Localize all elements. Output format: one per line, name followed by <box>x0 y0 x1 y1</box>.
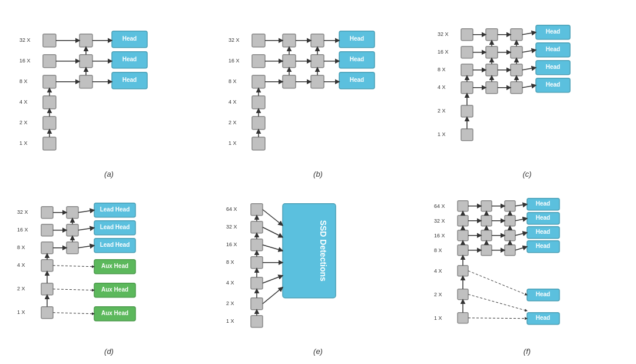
head-label-a-32: Head <box>122 35 137 42</box>
scale-8x-b: 8 X <box>228 78 237 84</box>
arrow-d-fpn16-lh <box>78 227 94 230</box>
node-a-2-1 <box>43 117 56 130</box>
node-c-8-2 <box>486 64 498 76</box>
node-d-32-1 <box>41 206 53 218</box>
aux-head-label-4: Aux Head <box>101 263 128 269</box>
scale-16x-d: 16 X <box>17 227 28 233</box>
node-f-8-1 <box>458 244 468 255</box>
scale-16x-b: 16 X <box>228 58 240 64</box>
head-label-a-16: Head <box>122 56 137 62</box>
node-d-16-2 <box>67 224 78 236</box>
node-c-2-1 <box>461 105 473 117</box>
node-e-8 <box>251 256 263 268</box>
scale-2x-b: 2 X <box>228 120 237 125</box>
scale-2x-a: 2 X <box>19 120 28 125</box>
node-e-32 <box>251 221 263 233</box>
node-d-32-2 <box>67 206 78 218</box>
node-e-1 <box>251 315 263 327</box>
node-e-4 <box>251 277 263 289</box>
node-b-8-3 <box>311 75 324 88</box>
node-a-16-1 <box>43 55 56 68</box>
node-b-16-3 <box>311 55 324 68</box>
svg-a: 32 X 16 X 8 X 4 X 2 X 1 X <box>15 12 203 166</box>
node-c-32-2 <box>486 29 498 41</box>
arrow-f-fpn16-head <box>515 232 527 235</box>
arrow-c-fpn4-head <box>522 85 536 88</box>
scale-1x-c: 1 X <box>438 131 446 137</box>
node-b-16-1 <box>252 55 265 68</box>
head-label-c-16: Head <box>546 46 560 52</box>
node-d-2-1 <box>41 283 53 294</box>
node-c-1-1 <box>461 129 473 141</box>
node-c-16-3 <box>511 47 522 58</box>
scale-32x-a: 32 X <box>19 37 31 43</box>
node-b-32-3 <box>311 34 324 47</box>
node-e-16 <box>251 239 263 250</box>
head-label-f-1: Head <box>536 315 550 321</box>
scale-32x-e: 32 X <box>226 224 237 230</box>
node-c-4-2 <box>486 82 498 94</box>
node-a-1-1 <box>43 137 56 150</box>
node-b-8-2 <box>283 75 296 88</box>
arrow-e-2-ssd <box>263 287 283 303</box>
diagram-a: 32 X 16 X 8 X 4 X 2 X 1 X <box>15 12 203 166</box>
panel-b-label: (b) <box>313 170 323 178</box>
node-b-32-2 <box>283 34 296 47</box>
panel-d-label: (d) <box>104 347 114 356</box>
head-label-c-32: Head <box>546 28 560 35</box>
svg-d: 32 X 16 X 8 X 4 X 2 X 1 X <box>15 190 203 344</box>
panel-e-label: (e) <box>313 347 323 356</box>
scale-64x-f: 64 X <box>434 203 445 209</box>
head-label-b-16: Head <box>350 56 364 62</box>
svg-b: 32 X 16 X 8 X 4 X 2 X 1 X <box>224 12 412 166</box>
head-label-a-8: Head <box>122 77 137 83</box>
dashed-f-2 <box>468 270 527 294</box>
head-label-c-8: Head <box>546 64 560 70</box>
ssd-label: SSD Detections <box>319 220 328 281</box>
node-a-8-2 <box>80 75 92 88</box>
node-f-4-1 <box>458 265 468 276</box>
node-f-16-1 <box>458 230 468 240</box>
node-a-16-2 <box>80 55 92 68</box>
lead-head-label-32: Lead Head <box>100 206 130 213</box>
arrow-c-fpn16-head <box>522 50 536 52</box>
diagram-b: 32 X 16 X 8 X 4 X 2 X 1 X <box>224 12 412 166</box>
arrow-e-16-ssd <box>263 244 283 250</box>
scale-1x-f: 1 X <box>434 315 442 321</box>
diagram-c: 32 X 16 X 8 X 4 X 2 X 1 X <box>433 12 621 166</box>
node-b-32-1 <box>252 34 265 47</box>
svg-c: 32 X 16 X 8 X 4 X 2 X 1 X <box>433 12 621 166</box>
node-e-64 <box>251 203 263 215</box>
lead-head-label-16: Lead Head <box>100 224 130 230</box>
diagram-e: 64 X 32 X 16 X 8 X 4 X 2 X 1 X <box>224 190 412 344</box>
head-label-b-32: Head <box>350 35 364 42</box>
node-f-1-1 <box>458 312 468 323</box>
scale-32x-d: 32 X <box>17 209 28 215</box>
node-a-4-1 <box>43 96 56 109</box>
node-d-8-1 <box>41 241 53 253</box>
node-f-64-3 <box>505 200 515 211</box>
node-c-32-3 <box>511 29 522 41</box>
panel-e: 64 X 32 X 16 X 8 X 4 X 2 X 1 X <box>215 184 421 359</box>
dashed-d-2 <box>53 289 94 290</box>
arrow-e-4-ssd <box>263 275 283 283</box>
node-c-8-3 <box>511 64 522 76</box>
node-f-32-1 <box>458 215 468 226</box>
arrow-e-64-ssd <box>263 209 283 225</box>
scale-8x-f: 8 X <box>434 247 442 253</box>
scale-2x-e: 2 X <box>226 300 234 306</box>
dashed-f-1b <box>468 317 527 318</box>
panel-f-label: (f) <box>524 347 531 356</box>
scale-1x-d: 1 X <box>17 309 25 315</box>
head-label-f-64: Head <box>536 200 550 207</box>
arrow-d-fpn32-lh <box>78 210 94 212</box>
head-label-f-2: Head <box>536 291 550 297</box>
node-b-2-1 <box>252 117 265 130</box>
scale-8x-e: 8 X <box>226 259 234 265</box>
scale-4x-c: 4 X <box>438 84 446 90</box>
panel-a: 32 X 16 X 8 X 4 X 2 X 1 X <box>6 6 212 181</box>
head-label-f-32: Head <box>536 214 550 221</box>
node-f-64-1 <box>458 200 468 211</box>
scale-32x-c: 32 X <box>438 31 449 37</box>
head-label-f-8: Head <box>536 243 550 249</box>
